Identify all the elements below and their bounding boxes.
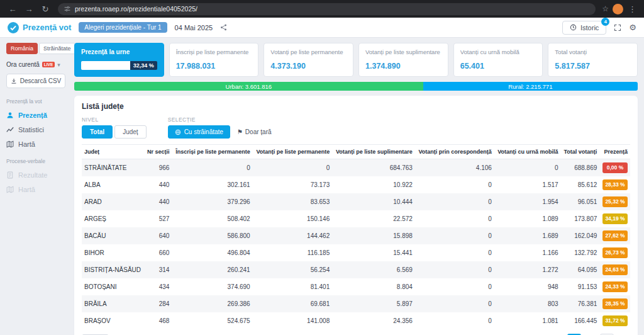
col-judet[interactable]: Județ	[82, 145, 144, 159]
nivel-total-button[interactable]: Total	[82, 125, 113, 139]
col-prezenta[interactable]: Prezență	[599, 145, 630, 159]
address-bar[interactable]: prezenta.roaep.ro/prezidentiale04052025/	[58, 3, 596, 15]
page-body: România Străinătate Ora curentă LIVE ▾ D…	[0, 38, 644, 335]
col-votanti-corespondenta[interactable]: Votanți prin corespondență	[415, 145, 494, 159]
table-row[interactable]: ALBA440302.16173.17310.92201.51785.61228…	[82, 176, 630, 193]
presence-badge: 24,63 %	[602, 264, 628, 275]
number-cell: 69.681	[253, 295, 333, 312]
number-cell: 0	[253, 159, 333, 177]
refresh-icon[interactable]: ↻	[39, 4, 52, 14]
table-row[interactable]: BISTRIȚA-NĂSĂUD314260.24156.2546.56901.2…	[82, 261, 630, 278]
stat-card-value: 65.401	[460, 62, 536, 71]
number-cell: 302.161	[172, 176, 252, 193]
stat-card-value: 5.817.587	[555, 62, 631, 71]
presence-cell: 25,32 %	[599, 193, 630, 210]
number-cell: 0	[172, 159, 252, 177]
col-total-votanti[interactable]: Total votanți	[561, 145, 600, 159]
county-cell: BRĂILA	[82, 295, 144, 312]
table-row[interactable]: BIHOR660496.804116.18515.44101.166132.79…	[82, 244, 630, 261]
fullscreen-icon[interactable]	[614, 24, 621, 31]
tab-romania[interactable]: România	[6, 43, 38, 54]
sidebar-item-harta-pv[interactable]: Hartă	[6, 186, 65, 193]
stat-card-label: Înscriși pe liste permanente	[176, 48, 252, 55]
map-icon	[6, 186, 14, 193]
table-header-row: Județ Nr secții Înscriși pe liste perman…	[82, 145, 630, 159]
presence-badge: 34,19 %	[602, 213, 628, 224]
section-title-procese-verbale: Procese-verbale	[6, 158, 65, 164]
number-cell: 162.049	[561, 227, 600, 244]
download-csv-button[interactable]: Descarcă CSV	[6, 74, 65, 88]
presence-cell: 28,35 %	[599, 295, 630, 312]
sidebar-item-prezenta[interactable]: Prezență	[6, 111, 65, 119]
browser-chrome: ← → ↻ prezenta.roaep.ro/prezidentiale040…	[0, 0, 644, 18]
stat-card: Total votanți 5.817.587	[548, 43, 638, 77]
istoric-button[interactable]: 4 Istoric	[562, 21, 606, 35]
number-cell: 496.804	[172, 244, 252, 261]
sidebar-item-rezultate[interactable]: Rezultate	[6, 171, 65, 179]
globe-icon	[175, 129, 181, 135]
county-cell: ARGEȘ	[82, 210, 144, 227]
section-title-prezenta-la-vot: Prezență la vot	[6, 98, 65, 105]
share-icon[interactable]	[220, 24, 227, 31]
number-cell: 314	[144, 261, 172, 278]
number-cell: 524.675	[172, 312, 252, 329]
col-nr-sectii[interactable]: Nr secții	[144, 145, 172, 159]
col-inscrisi-lp[interactable]: Înscriși pe liste permanente	[172, 145, 252, 159]
site-info-icon[interactable]	[64, 6, 70, 12]
logo-icon	[8, 22, 19, 33]
number-cell: 1.166	[494, 244, 561, 261]
number-cell: 0	[415, 295, 494, 312]
number-cell: 508.402	[172, 210, 252, 227]
table-row[interactable]: STRĂINĂTATE96600684.7634.1060688.8690,00…	[82, 159, 630, 177]
presence-cell: 27,62 %	[599, 227, 630, 244]
app-logo[interactable]: Prezență vot	[8, 22, 71, 33]
stat-card-value: 4.373.190	[270, 62, 347, 71]
bookmark-star-icon[interactable]: ☆	[602, 4, 609, 13]
back-icon[interactable]: ←	[6, 4, 19, 14]
number-cell: 91.153	[561, 278, 600, 295]
table-row[interactable]: ARGEȘ527508.402150.14622.57201.089173.80…	[82, 210, 630, 227]
settings-gear-icon[interactable]: ⚙	[629, 23, 636, 32]
table-row[interactable]: BACĂU640586.800144.46215.89801.689162.04…	[82, 227, 630, 244]
sidebar: România Străinătate Ora curentă LIVE ▾ D…	[0, 38, 70, 335]
presence-cell: 31,72 %	[599, 312, 630, 329]
table-row[interactable]: BOTOȘANI434374.69081.4018.804094891.1532…	[82, 278, 630, 295]
presence-badge: 0,00 %	[602, 162, 628, 173]
number-cell: 379.296	[172, 193, 252, 210]
sidebar-item-harta[interactable]: Hartă	[6, 140, 65, 148]
browser-menu-icon[interactable]: ⋮	[627, 4, 638, 14]
stat-card: Înscriși pe liste permanente 17.988.031	[169, 43, 259, 77]
profile-avatar[interactable]	[613, 4, 623, 14]
number-cell: 81.401	[253, 278, 333, 295]
number-cell: 440	[144, 193, 172, 210]
turnout-progress-fill	[81, 61, 130, 70]
table-row[interactable]: BRĂILA284269.38669.6815.897080376.38128,…	[82, 295, 630, 312]
doar-tara-button[interactable]: ⚑ Doar țară	[232, 126, 277, 138]
cu-strainatate-button[interactable]: Cu străinătate	[168, 125, 230, 139]
col-votanti-urna-mobila[interactable]: Votanți cu urnă mobilă	[494, 145, 561, 159]
table-row[interactable]: ARAD440379.29683.65310.44401.95496.05125…	[82, 193, 630, 210]
presence-badge: 28,33 %	[602, 179, 628, 190]
sidebar-item-statistici[interactable]: Statistici	[6, 126, 65, 133]
country-tabs: România Străinătate	[6, 43, 65, 54]
table-row[interactable]: BRAȘOV468524.675141.00824.35601.081166.4…	[82, 312, 630, 329]
county-cell: BISTRIȚA-NĂSĂUD	[82, 261, 144, 278]
number-cell: 73.173	[253, 176, 333, 193]
county-cell: BIHOR	[82, 244, 144, 261]
number-cell: 0	[415, 244, 494, 261]
tab-strainatate[interactable]: Străinătate	[39, 43, 75, 54]
forward-icon[interactable]: →	[23, 4, 35, 14]
county-cell: ALBA	[82, 176, 144, 193]
nivel-judet-button[interactable]: Județ	[114, 125, 146, 139]
time-filter-select[interactable]: Ora curentă LIVE ▾	[6, 61, 65, 68]
col-votanti-lp[interactable]: Votanți pe liste permanente	[253, 145, 333, 159]
number-cell: 640	[144, 227, 172, 244]
number-cell: 1.517	[494, 176, 561, 193]
download-csv-label: Descarcă CSV	[20, 77, 62, 84]
number-cell: 0	[415, 278, 494, 295]
stat-card: Votanți cu urnă mobilă 65.401	[453, 43, 543, 77]
col-votanti-ls[interactable]: Votanți pe liste suplimentare	[332, 145, 415, 159]
county-cell: BACĂU	[82, 227, 144, 244]
turnout-card[interactable]: Prezență la urne 32,34 %	[74, 43, 164, 77]
judete-table: Județ Nr secții Înscriși pe liste perman…	[82, 144, 630, 329]
